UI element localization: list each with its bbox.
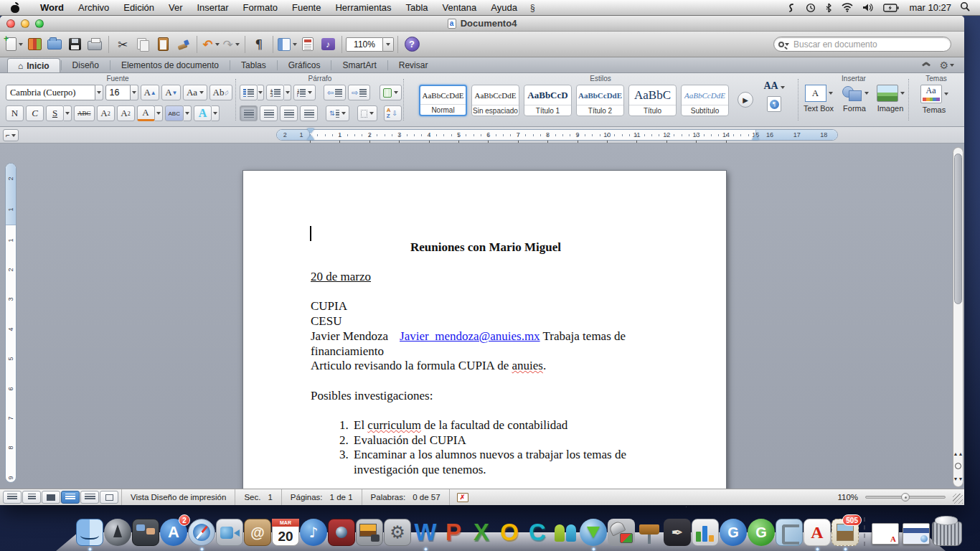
undo-button[interactable]: ↶: [202, 34, 220, 55]
zoom-dropdown[interactable]: [383, 37, 394, 52]
tab-diseno[interactable]: Diseño: [62, 58, 109, 72]
highlight-button[interactable]: ABC: [165, 105, 184, 121]
zoom-slider-knob[interactable]: [901, 493, 910, 501]
outline-view-button[interactable]: [22, 491, 41, 504]
text-box-button[interactable]: A Text Box: [802, 85, 835, 122]
new-document-button[interactable]: [5, 34, 24, 55]
hook-status-icon[interactable]: [786, 3, 796, 13]
imagen-button[interactable]: Imagen: [874, 85, 907, 122]
font-name-combo[interactable]: Cambria (Cuerpo): [6, 85, 95, 100]
styles-pane-button[interactable]: ¶: [767, 96, 781, 112]
redo-button[interactable]: ↷: [222, 34, 240, 55]
sidebar-view-button[interactable]: [278, 34, 297, 55]
align-left-button[interactable]: [240, 105, 258, 121]
align-center-button[interactable]: [260, 105, 278, 121]
vertical-ruler[interactable]: 21 1234567891011: [5, 163, 17, 483]
dock-item-image-capture[interactable]: [356, 519, 383, 546]
font-color-dropdown[interactable]: [155, 105, 163, 121]
tab-revisar[interactable]: Revisar: [389, 58, 438, 72]
sort-button[interactable]: AZ⇩: [384, 105, 402, 121]
dock-item-finder[interactable]: [76, 519, 103, 546]
dock-item-archive-clamp-app[interactable]: [776, 519, 803, 546]
select-browse-object-button[interactable]: [955, 463, 961, 469]
search-input[interactable]: [793, 39, 951, 50]
bullets-button[interactable]: [240, 85, 258, 100]
underline-dropdown[interactable]: [64, 105, 72, 121]
dock-item-outlook[interactable]: O: [496, 519, 523, 546]
open-button[interactable]: [45, 34, 64, 55]
dock-item-itunes[interactable]: [300, 519, 327, 546]
text-effects-button[interactable]: A: [194, 105, 212, 121]
dock-item-numbers[interactable]: [692, 519, 719, 546]
dock-item-messenger[interactable]: [552, 519, 579, 546]
tab-smartart[interactable]: SmartArt: [332, 58, 386, 72]
dock-item-word[interactable]: W: [412, 519, 439, 546]
tab-stop-selector[interactable]: ⌐: [3, 129, 19, 141]
highlight-dropdown[interactable]: [184, 105, 192, 121]
font-color-button[interactable]: A: [137, 105, 155, 121]
dock-item-remote-desktop[interactable]: [608, 519, 635, 546]
spelling-status-icon[interactable]: ✗: [457, 493, 468, 502]
email-hyperlink[interactable]: Javier_mendoza@anuies.mx: [400, 329, 540, 343]
italic-button[interactable]: C: [26, 105, 44, 121]
dock-item-launchpad[interactable]: [104, 519, 131, 546]
style-card[interactable]: AaBbCcDdE Normal: [419, 85, 467, 116]
style-card[interactable]: AaBbCcDdE Sin espaciado: [471, 85, 519, 116]
hanging-indent-marker[interactable]: [307, 135, 314, 140]
zoom-value-field[interactable]: 110%: [346, 37, 383, 52]
font-name-dropdown[interactable]: [95, 85, 103, 100]
dock-item-app-store[interactable]: 2: [160, 519, 187, 546]
paste-button[interactable]: [154, 34, 172, 55]
next-page-button[interactable]: ▼▼: [953, 476, 963, 481]
cut-button[interactable]: ✂: [113, 34, 132, 55]
volume-icon[interactable]: [862, 3, 874, 12]
show-formatting-button[interactable]: ¶: [250, 34, 268, 55]
document-elements-button[interactable]: [298, 34, 317, 55]
menu-item[interactable]: Ver: [161, 0, 190, 16]
justify-button[interactable]: [300, 105, 318, 121]
dock-item-contacts[interactable]: [244, 519, 271, 546]
menu-item[interactable]: Ayuda: [484, 0, 524, 16]
scrollbar-thumb[interactable]: [954, 154, 962, 304]
publishing-layout-button[interactable]: [42, 491, 60, 504]
dock-item-mission-control[interactable]: [132, 519, 159, 546]
print-layout-button[interactable]: [61, 491, 80, 504]
dock-item-communicator[interactable]: C: [524, 519, 551, 546]
print-button[interactable]: [85, 34, 104, 55]
numbering-dropdown[interactable]: [284, 85, 291, 100]
app-menu-word[interactable]: Word: [33, 0, 71, 16]
tab-elementos[interactable]: Elementos de documento: [111, 58, 229, 72]
subscript-button[interactable]: A2: [117, 105, 135, 121]
temas-button[interactable]: Aa Temas: [914, 85, 954, 122]
format-painter-button[interactable]: [174, 34, 192, 55]
menu-item[interactable]: Tabla: [399, 0, 435, 16]
strikethrough-button[interactable]: ABC: [74, 105, 95, 121]
dock-item-photo-booth[interactable]: [328, 519, 355, 546]
menu-item[interactable]: Edición: [116, 0, 161, 16]
words-field[interactable]: Palabras:0 de 57: [362, 489, 450, 505]
borders-button[interactable]: [357, 105, 377, 121]
tab-graficos[interactable]: Gráficos: [278, 58, 331, 72]
increase-indent-button[interactable]: ⇨: [348, 85, 370, 100]
clear-formatting-button[interactable]: Ab▱: [209, 85, 232, 100]
help-button[interactable]: ?: [402, 34, 421, 55]
title-bar[interactable]: a Documento4: [0, 16, 964, 32]
time-machine-icon[interactable]: [806, 3, 816, 13]
menubar-clock[interactable]: mar 10:27: [909, 2, 951, 13]
document-page[interactable]: Reuniones con Mario Miguel 20 de marzo C…: [242, 170, 727, 489]
menu-item[interactable]: Herramientas: [328, 0, 398, 16]
bluetooth-icon[interactable]: [825, 3, 832, 13]
style-card[interactable]: AaBbC Título: [628, 85, 677, 116]
zoom-slider[interactable]: [865, 496, 946, 499]
decrease-indent-button[interactable]: ⇦: [324, 85, 346, 100]
dock-item-calendar[interactable]: MAR20: [272, 519, 299, 546]
ribbon-settings-button[interactable]: ⚙: [939, 60, 954, 71]
gallery-button[interactable]: [25, 34, 44, 55]
dock-item-keynote[interactable]: [636, 519, 663, 546]
menu-item[interactable]: Archivo: [71, 0, 116, 16]
menu-item[interactable]: Formato: [236, 0, 285, 16]
line-spacing-button[interactable]: ⇅: [326, 105, 349, 121]
dock-item-downloader-globe[interactable]: [580, 519, 607, 546]
dock-item-mail[interactable]: 505: [831, 519, 859, 546]
vertical-scrollbar[interactable]: ▲▲ ▼▼: [953, 147, 963, 487]
